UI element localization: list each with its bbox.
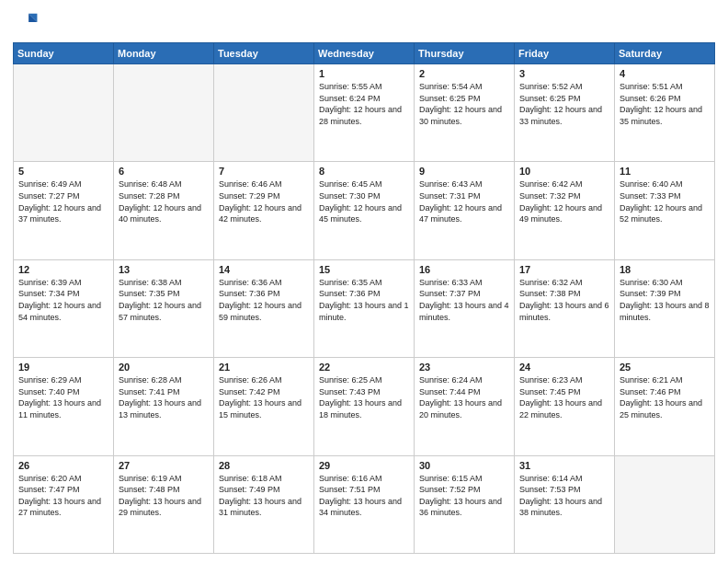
day-number: 9	[419, 166, 509, 177]
calendar-cell: 24Sunrise: 6:23 AMSunset: 7:45 PMDayligh…	[515, 358, 615, 455]
calendar-cell: 17Sunrise: 6:32 AMSunset: 7:38 PMDayligh…	[515, 259, 615, 357]
day-number: 5	[18, 166, 108, 177]
cell-info: Sunrise: 6:16 AMSunset: 7:51 PMDaylight:…	[319, 473, 409, 519]
day-number: 24	[519, 362, 609, 373]
calendar-week-5: 26Sunrise: 6:20 AMSunset: 7:47 PMDayligh…	[14, 455, 715, 553]
calendar-cell: 28Sunrise: 6:18 AMSunset: 7:49 PMDayligh…	[214, 455, 314, 553]
day-number: 26	[18, 460, 108, 471]
calendar-cell: 4Sunrise: 5:51 AMSunset: 6:26 PMDaylight…	[615, 64, 715, 162]
calendar-week-1: 1Sunrise: 5:55 AMSunset: 6:24 PMDaylight…	[14, 64, 715, 162]
cell-info: Sunrise: 6:21 AMSunset: 7:46 PMDaylight:…	[620, 374, 710, 420]
weekday-header-sunday: Sunday	[14, 43, 114, 64]
calendar-cell: 15Sunrise: 6:35 AMSunset: 7:36 PMDayligh…	[314, 259, 415, 357]
day-number: 18	[620, 264, 710, 275]
calendar-cell: 19Sunrise: 6:29 AMSunset: 7:40 PMDayligh…	[14, 358, 114, 455]
day-number: 19	[18, 362, 108, 373]
day-number: 7	[219, 166, 309, 177]
day-number: 31	[519, 460, 609, 471]
cell-info: Sunrise: 6:25 AMSunset: 7:43 PMDaylight:…	[319, 374, 409, 420]
calendar-body: 1Sunrise: 5:55 AMSunset: 6:24 PMDaylight…	[14, 64, 715, 554]
weekday-header-thursday: Thursday	[415, 43, 515, 64]
calendar-cell: 1Sunrise: 5:55 AMSunset: 6:24 PMDaylight…	[314, 64, 415, 162]
cell-info: Sunrise: 6:39 AMSunset: 7:34 PMDaylight:…	[18, 277, 108, 323]
weekday-row: SundayMondayTuesdayWednesdayThursdayFrid…	[14, 43, 715, 64]
calendar-cell: 29Sunrise: 6:16 AMSunset: 7:51 PMDayligh…	[314, 455, 415, 553]
calendar-cell: 10Sunrise: 6:42 AMSunset: 7:32 PMDayligh…	[515, 162, 615, 259]
calendar-cell: 12Sunrise: 6:39 AMSunset: 7:34 PMDayligh…	[14, 259, 114, 357]
calendar-cell: 22Sunrise: 6:25 AMSunset: 7:43 PMDayligh…	[314, 358, 415, 455]
calendar-cell	[615, 455, 715, 553]
day-number: 1	[319, 68, 409, 79]
calendar-cell	[14, 64, 114, 162]
day-number: 16	[419, 264, 509, 275]
day-number: 21	[219, 362, 309, 373]
cell-info: Sunrise: 6:28 AMSunset: 7:41 PMDaylight:…	[119, 374, 209, 420]
calendar-table: SundayMondayTuesdayWednesdayThursdayFrid…	[13, 42, 715, 554]
cell-info: Sunrise: 6:29 AMSunset: 7:40 PMDaylight:…	[18, 374, 108, 420]
cell-info: Sunrise: 6:24 AMSunset: 7:44 PMDaylight:…	[419, 374, 509, 420]
day-number: 29	[319, 460, 409, 471]
day-number: 4	[620, 68, 710, 79]
cell-info: Sunrise: 6:30 AMSunset: 7:39 PMDaylight:…	[620, 277, 710, 323]
calendar-cell: 27Sunrise: 6:19 AMSunset: 7:48 PMDayligh…	[114, 455, 214, 553]
calendar-cell: 25Sunrise: 6:21 AMSunset: 7:46 PMDayligh…	[615, 358, 715, 455]
day-number: 25	[620, 362, 710, 373]
calendar-cell	[214, 64, 314, 162]
cell-info: Sunrise: 6:45 AMSunset: 7:30 PMDaylight:…	[319, 178, 409, 224]
cell-info: Sunrise: 6:33 AMSunset: 7:37 PMDaylight:…	[419, 277, 509, 323]
calendar-cell: 30Sunrise: 6:15 AMSunset: 7:52 PMDayligh…	[415, 455, 515, 553]
cell-info: Sunrise: 6:46 AMSunset: 7:29 PMDaylight:…	[219, 178, 309, 224]
day-number: 10	[519, 166, 609, 177]
cell-info: Sunrise: 6:15 AMSunset: 7:52 PMDaylight:…	[419, 473, 509, 519]
cell-info: Sunrise: 5:52 AMSunset: 6:25 PMDaylight:…	[519, 81, 609, 127]
calendar-cell: 21Sunrise: 6:26 AMSunset: 7:42 PMDayligh…	[214, 358, 314, 455]
cell-info: Sunrise: 6:43 AMSunset: 7:31 PMDaylight:…	[419, 178, 509, 224]
day-number: 20	[119, 362, 209, 373]
day-number: 6	[119, 166, 209, 177]
day-number: 27	[119, 460, 209, 471]
calendar-header: SundayMondayTuesdayWednesdayThursdayFrid…	[14, 43, 715, 64]
calendar-cell: 6Sunrise: 6:48 AMSunset: 7:28 PMDaylight…	[114, 162, 214, 259]
calendar-cell: 9Sunrise: 6:43 AMSunset: 7:31 PMDaylight…	[415, 162, 515, 259]
calendar-cell: 26Sunrise: 6:20 AMSunset: 7:47 PMDayligh…	[14, 455, 114, 553]
weekday-header-friday: Friday	[515, 43, 615, 64]
calendar-cell: 20Sunrise: 6:28 AMSunset: 7:41 PMDayligh…	[114, 358, 214, 455]
day-number: 11	[620, 166, 710, 177]
day-number: 23	[419, 362, 509, 373]
cell-info: Sunrise: 6:23 AMSunset: 7:45 PMDaylight:…	[519, 374, 609, 420]
calendar-week-2: 5Sunrise: 6:49 AMSunset: 7:27 PMDaylight…	[14, 162, 715, 259]
day-number: 17	[519, 264, 609, 275]
calendar-cell: 2Sunrise: 5:54 AMSunset: 6:25 PMDaylight…	[415, 64, 515, 162]
day-number: 8	[319, 166, 409, 177]
calendar-cell: 7Sunrise: 6:46 AMSunset: 7:29 PMDaylight…	[214, 162, 314, 259]
cell-info: Sunrise: 6:32 AMSunset: 7:38 PMDaylight:…	[519, 277, 609, 323]
day-number: 15	[319, 264, 409, 275]
calendar-week-3: 12Sunrise: 6:39 AMSunset: 7:34 PMDayligh…	[14, 259, 715, 357]
day-number: 22	[319, 362, 409, 373]
cell-info: Sunrise: 6:18 AMSunset: 7:49 PMDaylight:…	[219, 473, 309, 519]
cell-info: Sunrise: 5:54 AMSunset: 6:25 PMDaylight:…	[419, 81, 509, 127]
cell-info: Sunrise: 6:19 AMSunset: 7:48 PMDaylight:…	[119, 473, 209, 519]
weekday-header-monday: Monday	[114, 43, 214, 64]
calendar-cell: 13Sunrise: 6:38 AMSunset: 7:35 PMDayligh…	[114, 259, 214, 357]
calendar-cell	[114, 64, 214, 162]
weekday-header-tuesday: Tuesday	[214, 43, 314, 64]
cell-info: Sunrise: 6:26 AMSunset: 7:42 PMDaylight:…	[219, 374, 309, 420]
day-number: 30	[419, 460, 509, 471]
cell-info: Sunrise: 5:51 AMSunset: 6:26 PMDaylight:…	[620, 81, 710, 127]
cell-info: Sunrise: 6:49 AMSunset: 7:27 PMDaylight:…	[18, 178, 108, 224]
calendar-cell: 31Sunrise: 6:14 AMSunset: 7:53 PMDayligh…	[515, 455, 615, 553]
calendar-cell: 5Sunrise: 6:49 AMSunset: 7:27 PMDaylight…	[14, 162, 114, 259]
calendar-cell: 23Sunrise: 6:24 AMSunset: 7:44 PMDayligh…	[415, 358, 515, 455]
day-number: 2	[419, 68, 509, 79]
calendar-cell: 16Sunrise: 6:33 AMSunset: 7:37 PMDayligh…	[415, 259, 515, 357]
cell-info: Sunrise: 6:35 AMSunset: 7:36 PMDaylight:…	[319, 277, 409, 323]
calendar-cell: 8Sunrise: 6:45 AMSunset: 7:30 PMDaylight…	[314, 162, 415, 259]
cell-info: Sunrise: 6:42 AMSunset: 7:32 PMDaylight:…	[519, 178, 609, 224]
weekday-header-wednesday: Wednesday	[314, 43, 415, 64]
day-number: 14	[219, 264, 309, 275]
logo	[13, 9, 40, 35]
calendar-cell: 14Sunrise: 6:36 AMSunset: 7:36 PMDayligh…	[214, 259, 314, 357]
day-number: 12	[18, 264, 108, 275]
logo-icon	[13, 9, 39, 35]
